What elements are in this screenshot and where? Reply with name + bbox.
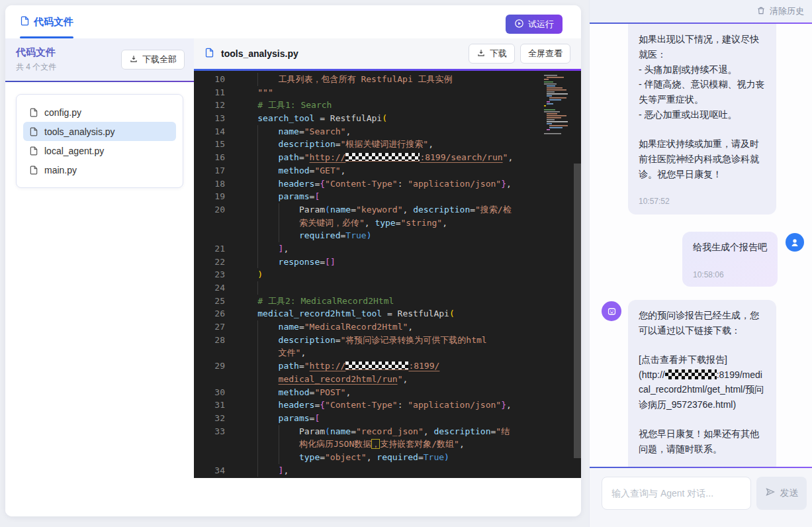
assistant-message-bubble: 如果出现以下情况，建议尽快就医： - 头痛加剧或持续不退。 - 伴随高烧、意识模…	[628, 24, 776, 215]
code-line: 23)	[194, 268, 581, 281]
download-all-button[interactable]: 下载全部	[121, 50, 185, 70]
file-list: config.pytools_analysis.pylocal_agent.py…	[16, 94, 183, 188]
code-line: 15description="根据关键词进行搜索",	[194, 138, 581, 151]
code-line: 33Param(name="record_json", description=…	[194, 425, 581, 438]
tab-label: 代码文件	[34, 16, 73, 28]
code-line: 22response=[]	[194, 256, 581, 269]
code-line: required=True)	[194, 229, 581, 242]
code-line: 索关键词，必传", type="string",	[194, 216, 581, 230]
send-button[interactable]: 发送	[756, 477, 807, 510]
file-icon	[204, 48, 214, 60]
message-paragraph: 给我生成个报告吧	[693, 240, 767, 255]
tab-bar: 代码文件 试运行	[5, 5, 581, 38]
message-paragraph: 如果症状持续或加重，请及时前往医院神经内科或急诊科就诊。祝您早日康复！	[639, 136, 766, 181]
send-icon	[765, 487, 776, 499]
message-timestamp: 10:58:06	[693, 269, 767, 282]
code-files-card: 代码文件 试运行 代码文件 共 4 个文件 下载全部	[5, 5, 581, 516]
code-line: type="object", required=True)	[194, 451, 581, 464]
fullscreen-button[interactable]: 全屏查看	[520, 44, 570, 64]
assistant-message-row: 如果出现以下情况，建议尽快就医： - 头痛加剧或持续不退。 - 伴随高烧、意识模…	[602, 24, 804, 215]
code-line: 29path="http://:8199/	[194, 359, 581, 373]
code-line: 28description="将预问诊记录转换为可供下载的html	[194, 334, 581, 347]
code-line: 12# 工具1: Search	[194, 99, 581, 112]
download-icon	[129, 54, 138, 66]
code-line: 25# 工具2: MedicalRecord2Html	[194, 295, 581, 308]
code-line: 34],	[194, 464, 581, 477]
code-line: 32params=[	[194, 412, 581, 425]
code-line: medical_record2html/run",	[194, 373, 581, 386]
trash-icon	[756, 6, 766, 17]
code-line: 26medical_record2html_tool = RestfulApi(	[194, 307, 581, 320]
code-viewport[interactable]: 10工具列表，包含所有 RestfulApi 工具实例11"""12# 工具1:…	[194, 71, 581, 478]
code-line: 16path="http://:8199/search/run",	[194, 151, 581, 164]
code-line: 24	[194, 281, 581, 295]
assistant-message-row: 您的预问诊报告已经生成，您可以通过以下链接下载：[点击查看并下载报告] (htt…	[602, 300, 804, 467]
assistant-message-bubble: 您的预问诊报告已经生成，您可以通过以下链接下载：[点击查看并下载报告] (htt…	[628, 300, 776, 467]
code-line: 14name="Search",	[194, 125, 581, 138]
sidebar-header: 代码文件 共 4 个文件 下载全部	[5, 38, 194, 81]
tab-code-files[interactable]: 代码文件	[20, 5, 73, 38]
file-item[interactable]: config.py	[23, 103, 176, 122]
run-button[interactable]: 试运行	[506, 15, 563, 34]
chat-input[interactable]	[602, 477, 751, 510]
code-line: 文件",	[194, 346, 581, 359]
editor-scrollbar-thumb[interactable]	[574, 164, 581, 458]
code-line: 18headers={"Content-Type": "application/…	[194, 177, 581, 191]
file-name: tools_analysis.py	[44, 126, 115, 137]
code-line: 19params=[	[194, 190, 581, 203]
code-line: 11"""	[194, 86, 581, 99]
code-line: 31headers={"Content-Type": "application/…	[194, 399, 581, 412]
message-paragraph: 祝您早日康复！如果还有其他问题，请随时联系。	[639, 426, 766, 457]
sidebar-title: 代码文件	[16, 46, 56, 59]
download-icon	[476, 48, 486, 60]
play-icon	[514, 19, 524, 30]
code-line: 构化病历JSON数据，支持嵌套对象/数组",	[194, 438, 581, 451]
chat-panel: 清除历史 如果出现以下情况，建议尽快就医： - 头痛加剧或持续不退。 - 伴随高…	[589, 0, 812, 527]
message-paragraph: [点击查看并下载报告] (http://:8199/medical_record…	[639, 352, 766, 412]
redacted-text	[345, 361, 408, 370]
code-line: 10工具列表，包含所有 RestfulApi 工具实例	[194, 73, 581, 86]
file-name: local_agent.py	[44, 146, 104, 156]
assistant-avatar	[602, 301, 621, 321]
message-paragraph: 如果出现以下情况，建议尽快就医： - 头痛加剧或持续不退。 - 伴随高烧、意识模…	[639, 32, 766, 122]
file-icon	[20, 16, 30, 28]
message-paragraph: 您的预问诊报告已经生成，您可以通过以下链接下载：	[639, 308, 766, 338]
download-file-button[interactable]: 下载	[469, 44, 515, 64]
run-label: 试运行	[528, 19, 554, 30]
code-line: 30method="POST",	[194, 386, 581, 399]
file-item[interactable]: main.py	[23, 160, 176, 179]
user-message-row: 给我生成个报告吧10:58:06	[602, 232, 804, 287]
chat-message-list: 如果出现以下情况，建议尽快就医： - 头痛加剧或持续不退。 - 伴随高烧、意识模…	[590, 24, 812, 467]
chat-header: 清除历史	[590, 0, 812, 23]
open-filename: tools_analysis.py	[221, 48, 298, 59]
file-item[interactable]: tools_analysis.py	[23, 122, 176, 141]
code-line: 17method="GET",	[194, 164, 581, 177]
code-line: 20Param(name="keyword", description="搜索/…	[194, 203, 581, 216]
redacted-text	[345, 153, 420, 162]
code-rows: 10工具列表，包含所有 RestfulApi 工具实例11"""12# 工具1:…	[194, 73, 581, 477]
file-item[interactable]: local_agent.py	[23, 141, 176, 160]
file-sidebar: 代码文件 共 4 个文件 下载全部 config.pytools_analysi…	[5, 38, 194, 516]
redacted-text	[665, 369, 717, 379]
chat-input-bar: 发送	[590, 468, 812, 527]
user-avatar	[786, 233, 804, 252]
file-count: 共 4 个文件	[16, 62, 56, 73]
code-line: 21],	[194, 242, 581, 256]
code-line: 27name="MedicalRecord2Html",	[194, 320, 581, 334]
editor-header: tools_analysis.py 下载 全屏查看	[194, 38, 581, 69]
code-editor-panel: tools_analysis.py 下载 全屏查看 10工具列表，包含所有 Re…	[194, 38, 581, 516]
user-message-bubble: 给我生成个报告吧10:58:06	[682, 232, 778, 287]
clear-history-button[interactable]: 清除历史	[756, 5, 804, 17]
file-name: config.py	[44, 107, 81, 118]
message-timestamp: 10:57:52	[639, 195, 766, 209]
minimap[interactable]	[541, 73, 572, 140]
file-name: main.py	[44, 165, 77, 175]
code-line: 13search_tool = RestfulApi(	[194, 112, 581, 125]
